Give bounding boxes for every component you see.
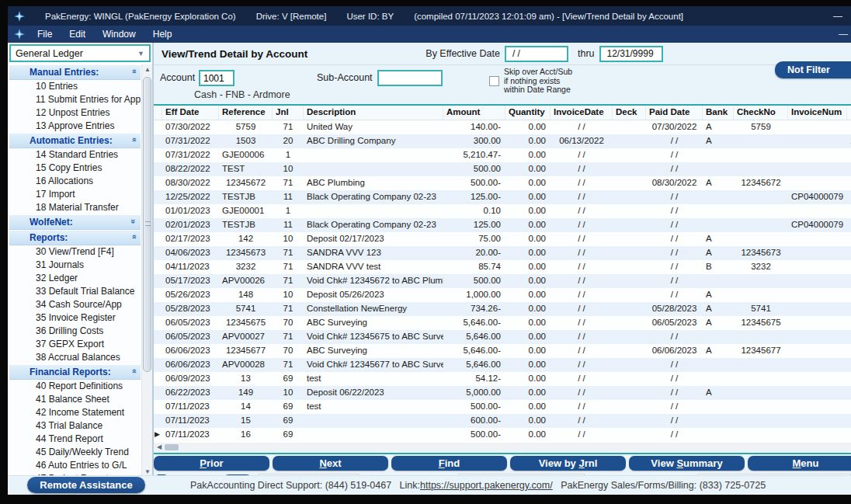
panel-header: View/Trend Detail by Account By Effectiv… <box>154 43 851 65</box>
table-row[interactable]: 01/01/2023GJE0000110.100.00/ // / <box>154 204 851 218</box>
menu-item-help[interactable]: Help <box>153 29 172 40</box>
sidebar-item-37[interactable]: 37 GEPX Export <box>9 338 141 351</box>
sidebar-item-13[interactable]: 13 Approve Entries <box>9 120 141 133</box>
sidebar-item-43[interactable]: 43 Trial Balance <box>9 419 141 433</box>
cell-eff: 02/17/2023 <box>162 232 219 246</box>
sidebar-item-44[interactable]: 44 Trend Report <box>9 433 141 446</box>
sidebar-item-34[interactable]: 34 Cash Source/App <box>9 298 141 311</box>
table-row[interactable]: 08/30/20221234567271ABC Plumbing500.00-0… <box>154 176 851 190</box>
sidebar-item-32[interactable]: 32 Ledger <box>9 272 141 285</box>
scroll-up-icon[interactable]: ▲ <box>142 64 153 75</box>
sidebar-section-financialreports[interactable]: Financial Reports:» <box>9 364 141 380</box>
table-row[interactable]: 07/31/2022GJE0000615,210.47-0.00/ // / <box>154 148 851 162</box>
table-row[interactable]: 06/05/2023APV0002771Void Chk# 12345675 t… <box>154 330 851 344</box>
sidebar-item-11[interactable]: 11 Submit Entries for Approval <box>9 93 141 106</box>
table-row[interactable]: 12/25/2022TESTJB11Black Operating Compan… <box>154 190 851 204</box>
cell-invnum <box>788 176 847 190</box>
table-row[interactable]: ▶07/11/20231669500.00-0.00/ // / <box>154 428 851 442</box>
sidebar-section-manualentries[interactable]: Manual Entries:» <box>9 64 141 80</box>
grid-hscrollbar[interactable]: ◀ <box>154 443 851 451</box>
sidebar-item-15[interactable]: 15 Copy Entries <box>9 162 141 175</box>
sidebar-item-33[interactable]: 33 Default Trial Balance <box>9 285 141 298</box>
cell-chk <box>734 218 788 232</box>
scroll-left-icon[interactable]: ◀ <box>154 443 165 450</box>
table-row[interactable]: 02/01/2023TESTJB11Black Operating Compan… <box>154 218 851 232</box>
chevron-collapse-icon[interactable]: » <box>129 235 138 239</box>
table-row[interactable]: 07/30/2022575971United Way140.00-0.00/ /… <box>154 120 851 134</box>
col-header-invnum: InvoiceNum <box>788 106 847 120</box>
chevron-collapse-icon[interactable]: » <box>129 69 138 74</box>
view-summary-button[interactable]: View Summary <box>629 456 745 471</box>
table-row[interactable]: 06/05/20231234567570ABC Surveying5,646.0… <box>154 316 851 330</box>
cell-eff: 06/22/2023 <box>162 386 219 400</box>
menu-item-edit[interactable]: Edit <box>69 29 85 40</box>
menu-item-file[interactable]: File <box>37 29 52 40</box>
chevron-collapse-icon[interactable]: » <box>129 369 138 374</box>
cell-ref: 12345672 <box>219 176 273 190</box>
sidebar-item-17[interactable]: 17 Import <box>9 188 141 201</box>
table-row[interactable]: 02/17/202314210Deposit 02/17/202375.000.… <box>154 232 851 246</box>
table-row[interactable]: 07/11/20231569600.00-0.00/ // / <box>154 414 851 428</box>
table-row[interactable]: 04/11/2023323271SANDRA VVV test85.740.00… <box>154 260 851 274</box>
remote-assistance-button[interactable]: Remote Assistance <box>27 477 145 493</box>
account-input[interactable]: 1001 <box>199 70 234 86</box>
sidebar-item-30[interactable]: 30 View/Trend [F4] <box>9 245 141 259</box>
child-minimize-button[interactable]: — <box>839 29 848 40</box>
next-button[interactable]: Next <box>273 456 388 471</box>
sidebar-item-16[interactable]: 16 Allocations <box>9 175 141 188</box>
table-row[interactable]: 05/26/202314810Deposit 05/26/20231,000.0… <box>154 288 851 302</box>
sidebar-item-41[interactable]: 41 Balance Sheet <box>9 393 141 406</box>
cell-extra <box>847 372 851 386</box>
table-row[interactable]: 07/11/20231469test500.00-0.00/ // / <box>154 400 851 414</box>
find-button[interactable]: Find <box>391 456 507 471</box>
sidebar-item-45[interactable]: 45 Daily/Weekly Trend <box>9 446 141 459</box>
cell-ref: 13 <box>219 372 273 386</box>
sidebar-item-31[interactable]: 31 Journals <box>9 259 141 272</box>
sidebar-item-14[interactable]: 14 Standard Entries <box>9 148 141 162</box>
table-row[interactable]: 08/22/2022TEST10500.000.00/ // / <box>154 162 851 176</box>
grid-hscroll-thumb[interactable] <box>165 444 179 450</box>
cell-jnl: 69 <box>273 414 304 428</box>
support-link[interactable]: https://support.pakenergy.com/ <box>420 480 553 491</box>
chevron-collapse-icon[interactable]: » <box>129 137 138 142</box>
table-row[interactable]: 06/09/20231369test54.12-0.00/ // / <box>154 372 851 386</box>
table-row[interactable]: 05/17/2023APV0002671Void Chk# 12345672 t… <box>154 274 851 288</box>
menu-button[interactable]: Menu <box>748 456 851 471</box>
sidebar-item-12[interactable]: 12 Unpost Entries <box>9 106 141 120</box>
prior-button[interactable]: Prior <box>154 456 269 471</box>
sidebar-item-36[interactable]: 36 Drilling Costs <box>9 325 141 338</box>
sidebar-item-40[interactable]: 40 Report Definitions <box>9 380 141 393</box>
sidebar-item-42[interactable]: 42 Income Statement <box>9 406 141 419</box>
sidebar-item-10[interactable]: 10 Entries <box>9 80 141 93</box>
view-by-jrnl-button[interactable]: View by Jrnl <box>510 456 626 471</box>
date-to-input[interactable]: 12/31/9999 <box>599 46 663 62</box>
table-row[interactable]: 06/06/20231234567770ABC Surveying5,646.0… <box>154 344 851 358</box>
sidebar-section-reports[interactable]: Reports:» <box>9 230 141 245</box>
sidebar-item-38[interactable]: 38 Accrual Balances <box>9 351 141 364</box>
sidebar-item-18[interactable]: 18 Material Transfer <box>9 201 141 214</box>
table-row[interactable]: 05/28/2023574171Constellation NewEnergy7… <box>154 302 851 316</box>
cell-paid: / / <box>646 274 703 288</box>
skip-checkbox[interactable] <box>489 76 499 86</box>
sidebar-section-automaticentries[interactable]: Automatic Entries:» <box>9 133 141 148</box>
cell-chk <box>734 330 788 344</box>
sidebar-section-wolfenet[interactable]: WolfeNet:» <box>9 214 141 230</box>
menu-item-window[interactable]: Window <box>102 29 136 40</box>
chevron-expand-icon[interactable]: » <box>129 219 138 224</box>
cell-chk <box>734 274 788 288</box>
sidebar-scroll-thumb[interactable] <box>143 77 151 372</box>
sidebar-item-46[interactable]: 46 Auto Entries to G/L <box>9 459 141 472</box>
table-row[interactable]: 06/06/2023APV0002871Void Chk# 12345677 t… <box>154 358 851 372</box>
sidebar-item-35[interactable]: 35 Invoice Register <box>9 311 141 325</box>
cell-inv: / / <box>551 330 613 344</box>
sidebar-scrollbar[interactable]: ▲ ▼ <box>141 64 152 478</box>
table-row[interactable]: 06/22/202314910Deposit 06/22/20235,000.0… <box>154 386 851 400</box>
cell-qty: 0.00 <box>505 232 551 246</box>
minimize-button[interactable]: — <box>833 11 842 22</box>
subaccount-input[interactable] <box>377 70 443 86</box>
module-selector-dropdown[interactable]: General Ledger ▼ <box>9 44 151 62</box>
table-row[interactable]: 07/31/2022150320ABC Drilling Company300.… <box>154 134 851 148</box>
date-from-input[interactable]: / / <box>505 46 568 62</box>
not-filter-button[interactable]: Not Filter <box>775 61 851 78</box>
table-row[interactable]: 04/06/20231234567371SANDRA VVV 12320.00-… <box>154 246 851 260</box>
